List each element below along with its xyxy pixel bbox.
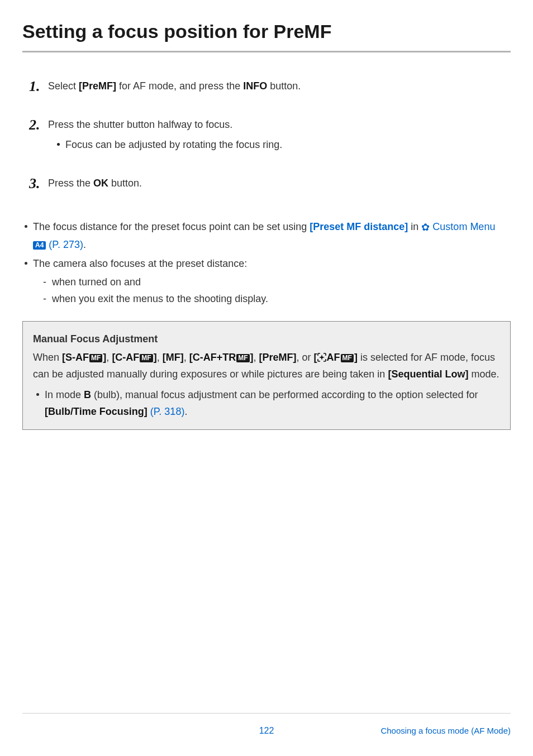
bullet-dot-icon (57, 143, 60, 146)
page-title: Setting a focus position for PreMF (22, 20, 511, 52)
bullet-dot-icon (25, 225, 27, 228)
a4-badge-icon: A4 (33, 241, 46, 250)
bullet-dot-icon (36, 393, 39, 396)
step-2: 2. Press the shutter button halfway to f… (29, 117, 511, 154)
mode-caf-mf: [C-AFMF] (112, 352, 156, 363)
text: When (33, 352, 62, 363)
callout-title: Manual Focus Adjustment (33, 331, 500, 348)
step-body: Select [PreMF] for AF mode, and press th… (48, 78, 511, 94)
step-body: Press the shutter button halfway to focu… (48, 117, 511, 154)
text: , (106, 352, 112, 363)
mode-premf: [PreMF] (259, 352, 297, 363)
mf-badge-icon: MF (89, 354, 102, 362)
step-body: Press the OK button. (48, 175, 511, 192)
notes-list: The focus distance for the preset focus … (25, 218, 511, 308)
dash-icon: - (43, 290, 52, 308)
mode-mf: [MF] (163, 352, 184, 363)
text: , (254, 352, 259, 363)
callout-bullet-body: In mode B (bulb), manual focus adjustmen… (45, 386, 500, 420)
gear-icon: ✿ (421, 222, 430, 233)
callout-box: Manual Focus Adjustment When [S-AFMF], [… (22, 321, 511, 430)
note-text: The focus distance for the preset focus … (33, 221, 310, 232)
sub-bullet-text: Focus can be adjusted by rotating the fo… (65, 137, 282, 153)
mode-b: B (84, 389, 91, 400)
text: , (184, 352, 189, 363)
step-number: 3. (29, 175, 48, 191)
note-body: The camera also focuses at the preset di… (33, 255, 511, 308)
step-number: 2. (29, 117, 48, 132)
callout-body: When [S-AFMF], [C-AFMF], [MF], [C-AF+TRM… (33, 349, 500, 383)
mode-saf-mf: [S-AFMF] (62, 352, 106, 363)
text: mode. (468, 369, 499, 380)
page-footer: 122 Choosing a focus mode (AF Mode) (22, 713, 511, 736)
dash-text: when turned on and (52, 274, 141, 291)
mode-caf-tr-mf: [C-AF+TRMF] (189, 352, 254, 363)
page-number: 122 (259, 726, 274, 736)
step-3: 3. Press the OK button. (29, 175, 511, 192)
note-text: The camera also focuses at the preset di… (33, 258, 247, 269)
note-body: The focus distance for the preset focus … (33, 218, 511, 253)
text: In mode (45, 389, 84, 400)
bullet-dot-icon (25, 262, 27, 265)
starry-af-icon (317, 353, 326, 362)
dash-item: -when turned on and (43, 274, 511, 291)
text: , or (297, 352, 314, 363)
mf-badge-icon: MF (341, 354, 354, 362)
step-sub-bullet: Focus can be adjusted by rotating the fo… (57, 137, 511, 153)
mf-badge-icon: MF (140, 354, 153, 362)
mode-sequential-low: [Sequential Low] (388, 369, 468, 380)
preset-mf-distance-link[interactable]: [Preset MF distance] (310, 221, 408, 232)
text: , (157, 352, 163, 363)
dash-list: -when turned on and -when you exit the m… (43, 274, 511, 308)
step-1: 1. Select [PreMF] for AF mode, and press… (29, 78, 511, 94)
bulb-time-focusing-link[interactable]: [Bulb/Time Focusing] (P. 318) (45, 406, 184, 417)
note-2: The camera also focuses at the preset di… (25, 255, 511, 308)
mode-star-af-mf: [AFMF] (314, 352, 358, 363)
mf-badge-icon: MF (236, 354, 249, 362)
step-text: Press the shutter button halfway to focu… (48, 119, 232, 130)
note-text: . (83, 239, 86, 250)
dash-text: when you exit the menus to the shooting … (52, 290, 268, 308)
text: . (184, 406, 187, 417)
steps-list: 1. Select [PreMF] for AF mode, and press… (29, 78, 511, 192)
step-number: 1. (29, 78, 48, 94)
breadcrumb-link[interactable]: Choosing a focus mode (AF Mode) (380, 726, 511, 735)
dash-icon: - (43, 274, 52, 291)
text: (bulb), manual focus adjustment can be p… (91, 389, 478, 400)
callout-bullet: In mode B (bulb), manual focus adjustmen… (36, 386, 500, 420)
dash-item: -when you exit the menus to the shooting… (43, 290, 511, 308)
note-text: in (408, 221, 421, 232)
note-1: The focus distance for the preset focus … (25, 218, 511, 253)
